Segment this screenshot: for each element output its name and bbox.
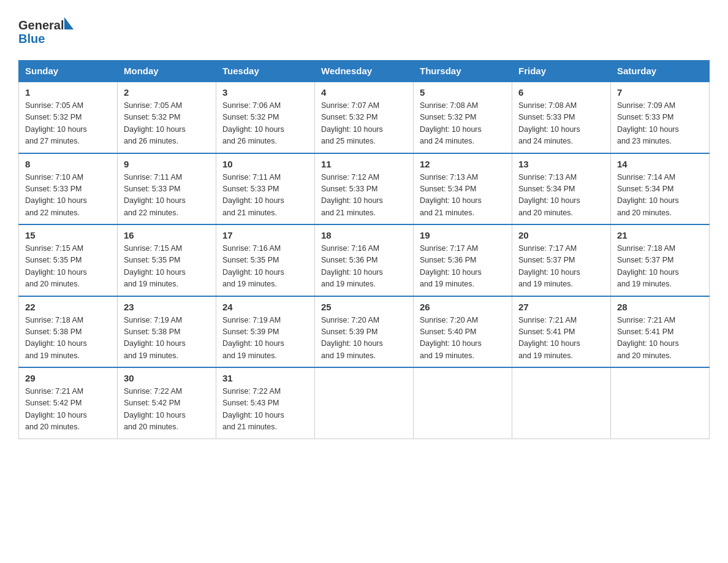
calendar-table: SundayMondayTuesdayWednesdayThursdayFrid… [18,60,710,439]
calendar-cell: 4Sunrise: 7:07 AMSunset: 5:32 PMDaylight… [315,82,414,153]
calendar-cell: 22Sunrise: 7:18 AMSunset: 5:38 PMDayligh… [19,296,118,368]
day-info: Sunrise: 7:17 AMSunset: 5:37 PMDaylight:… [518,243,604,291]
calendar-cell: 3Sunrise: 7:06 AMSunset: 5:32 PMDaylight… [216,82,315,153]
day-number: 9 [124,159,210,169]
calendar-header-row: SundayMondayTuesdayWednesdayThursdayFrid… [19,61,710,82]
day-number: 14 [617,159,703,169]
day-number: 19 [420,230,506,240]
day-number: 21 [617,230,703,240]
day-number: 30 [124,373,210,383]
day-info: Sunrise: 7:11 AMSunset: 5:33 PMDaylight:… [222,172,308,220]
day-info: Sunrise: 7:16 AMSunset: 5:36 PMDaylight:… [321,243,407,291]
day-number: 20 [518,230,604,240]
day-number: 2 [124,87,210,98]
day-number: 31 [222,373,308,383]
day-header-saturday: Saturday [611,61,710,82]
logo-svg: General Blue [18,12,74,49]
day-info: Sunrise: 7:19 AMSunset: 5:38 PMDaylight:… [124,315,210,362]
day-number: 29 [25,373,111,383]
calendar-cell: 25Sunrise: 7:20 AMSunset: 5:39 PMDayligh… [315,296,414,368]
day-number: 17 [222,230,308,240]
day-info: Sunrise: 7:21 AMSunset: 5:42 PMDaylight:… [25,386,111,434]
calendar-cell: 2Sunrise: 7:05 AMSunset: 5:32 PMDaylight… [118,82,216,153]
calendar-cell [315,367,414,439]
calendar-cell: 15Sunrise: 7:15 AMSunset: 5:35 PMDayligh… [19,224,118,296]
logo: General Blue [18,12,74,49]
day-info: Sunrise: 7:09 AMSunset: 5:33 PMDaylight:… [617,100,703,148]
day-number: 26 [420,302,506,312]
day-info: Sunrise: 7:15 AMSunset: 5:35 PMDaylight:… [124,243,210,291]
day-number: 11 [321,159,407,169]
day-info: Sunrise: 7:20 AMSunset: 5:40 PMDaylight:… [420,315,506,362]
calendar-cell: 11Sunrise: 7:12 AMSunset: 5:33 PMDayligh… [315,153,414,225]
day-info: Sunrise: 7:16 AMSunset: 5:35 PMDaylight:… [222,243,308,291]
calendar-cell: 27Sunrise: 7:21 AMSunset: 5:41 PMDayligh… [512,296,611,368]
day-info: Sunrise: 7:15 AMSunset: 5:35 PMDaylight:… [25,243,111,291]
day-number: 13 [518,159,604,169]
day-number: 28 [617,302,703,312]
day-info: Sunrise: 7:12 AMSunset: 5:33 PMDaylight:… [321,172,407,220]
calendar-week-row: 8Sunrise: 7:10 AMSunset: 5:33 PMDaylight… [19,153,710,225]
day-info: Sunrise: 7:11 AMSunset: 5:33 PMDaylight:… [124,172,210,220]
calendar-week-row: 29Sunrise: 7:21 AMSunset: 5:42 PMDayligh… [19,367,710,439]
day-number: 18 [321,230,407,240]
page-header: General Blue [18,12,710,49]
svg-text:Blue: Blue [18,32,45,45]
day-header-wednesday: Wednesday [315,61,414,82]
calendar-cell: 28Sunrise: 7:21 AMSunset: 5:41 PMDayligh… [611,296,710,368]
day-header-sunday: Sunday [19,61,118,82]
day-number: 24 [222,302,308,312]
calendar-cell: 17Sunrise: 7:16 AMSunset: 5:35 PMDayligh… [216,224,315,296]
calendar-cell: 29Sunrise: 7:21 AMSunset: 5:42 PMDayligh… [19,367,118,439]
calendar-cell [512,367,611,439]
svg-marker-1 [64,17,74,29]
day-number: 12 [420,159,506,169]
day-info: Sunrise: 7:14 AMSunset: 5:34 PMDaylight:… [617,172,703,220]
day-info: Sunrise: 7:17 AMSunset: 5:36 PMDaylight:… [420,243,506,291]
calendar-cell: 26Sunrise: 7:20 AMSunset: 5:40 PMDayligh… [414,296,512,368]
calendar-week-row: 15Sunrise: 7:15 AMSunset: 5:35 PMDayligh… [19,224,710,296]
calendar-cell: 10Sunrise: 7:11 AMSunset: 5:33 PMDayligh… [216,153,315,225]
calendar-cell: 21Sunrise: 7:18 AMSunset: 5:37 PMDayligh… [611,224,710,296]
calendar-cell: 8Sunrise: 7:10 AMSunset: 5:33 PMDaylight… [19,153,118,225]
calendar-cell: 30Sunrise: 7:22 AMSunset: 5:42 PMDayligh… [118,367,216,439]
calendar-cell: 19Sunrise: 7:17 AMSunset: 5:36 PMDayligh… [414,224,512,296]
calendar-cell [414,367,512,439]
day-info: Sunrise: 7:13 AMSunset: 5:34 PMDaylight:… [420,172,506,220]
day-number: 16 [124,230,210,240]
day-info: Sunrise: 7:13 AMSunset: 5:34 PMDaylight:… [518,172,604,220]
day-number: 25 [321,302,407,312]
calendar-cell: 6Sunrise: 7:08 AMSunset: 5:33 PMDaylight… [512,82,611,153]
day-number: 7 [617,87,703,98]
calendar-cell [611,367,710,439]
day-number: 27 [518,302,604,312]
calendar-cell: 20Sunrise: 7:17 AMSunset: 5:37 PMDayligh… [512,224,611,296]
day-number: 10 [222,159,308,169]
day-info: Sunrise: 7:19 AMSunset: 5:39 PMDaylight:… [222,315,308,362]
day-info: Sunrise: 7:18 AMSunset: 5:38 PMDaylight:… [25,315,111,362]
calendar-cell: 18Sunrise: 7:16 AMSunset: 5:36 PMDayligh… [315,224,414,296]
calendar-cell: 12Sunrise: 7:13 AMSunset: 5:34 PMDayligh… [414,153,512,225]
calendar-cell: 5Sunrise: 7:08 AMSunset: 5:32 PMDaylight… [414,82,512,153]
day-number: 6 [518,87,604,98]
day-info: Sunrise: 7:06 AMSunset: 5:32 PMDaylight:… [222,100,308,148]
day-number: 22 [25,302,111,312]
day-info: Sunrise: 7:05 AMSunset: 5:32 PMDaylight:… [124,100,210,148]
day-header-thursday: Thursday [414,61,512,82]
day-info: Sunrise: 7:22 AMSunset: 5:43 PMDaylight:… [222,386,308,434]
day-info: Sunrise: 7:08 AMSunset: 5:32 PMDaylight:… [420,100,506,148]
day-info: Sunrise: 7:08 AMSunset: 5:33 PMDaylight:… [518,100,604,148]
day-info: Sunrise: 7:10 AMSunset: 5:33 PMDaylight:… [25,172,111,220]
calendar-week-row: 22Sunrise: 7:18 AMSunset: 5:38 PMDayligh… [19,296,710,368]
day-number: 23 [124,302,210,312]
day-number: 1 [25,87,111,98]
day-number: 4 [321,87,407,98]
calendar-cell: 24Sunrise: 7:19 AMSunset: 5:39 PMDayligh… [216,296,315,368]
calendar-cell: 31Sunrise: 7:22 AMSunset: 5:43 PMDayligh… [216,367,315,439]
calendar-cell: 16Sunrise: 7:15 AMSunset: 5:35 PMDayligh… [118,224,216,296]
day-info: Sunrise: 7:18 AMSunset: 5:37 PMDaylight:… [617,243,703,291]
day-info: Sunrise: 7:07 AMSunset: 5:32 PMDaylight:… [321,100,407,148]
day-info: Sunrise: 7:20 AMSunset: 5:39 PMDaylight:… [321,315,407,362]
calendar-week-row: 1Sunrise: 7:05 AMSunset: 5:32 PMDaylight… [19,82,710,153]
day-number: 15 [25,230,111,240]
